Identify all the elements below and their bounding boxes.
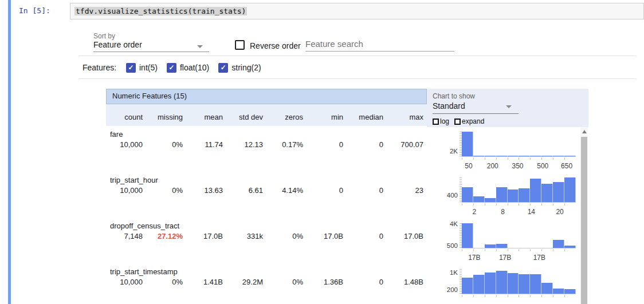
feature-filter: ✓string(2) [218,63,261,73]
histogram-bar [530,179,541,202]
y-axis-label: 200 [427,286,458,293]
feature-filter-checkbox[interactable]: ✓ [167,63,176,73]
stat-value: 29.2M [226,278,266,286]
sort-by-dropdown[interactable]: Feature order [93,40,209,52]
histogram-bar [485,198,496,202]
histogram-bar [564,246,576,248]
stat-value: 17.0B [387,232,427,240]
x-axis-label: 350 [512,162,523,170]
x-axis-ticks [462,249,576,251]
charts-panel: Chart to show Standard log expand 2K5020… [427,89,588,304]
stat-value: 10,000 [106,140,146,149]
statistics-panel: Numeric Features (15) countmissingmeanst… [106,89,588,304]
stat-value: 23 [387,186,427,195]
check-icon: ✓ [128,64,133,71]
stat-values: 7,14827.12%17.0B331k0%17.0B017.0B [106,232,427,240]
feature-name: dropoff_census_tract [106,218,427,232]
scrollbar-thumb[interactable] [581,137,587,304]
feature-filter-label: string(2) [231,63,261,72]
histogram-bar [519,274,530,294]
histogram-bar [473,196,485,202]
stat-value: 1.41B [186,278,226,286]
stat-value: 12.13 [226,140,266,149]
stat-value: 0 [347,186,387,195]
histogram-bar [462,278,473,294]
y-axis-label: 4K [427,220,458,227]
x-axis-label: 500 [537,162,548,170]
histogram-bar [485,156,496,156]
stat-value: 10,000 [106,186,146,195]
feature-search-input[interactable] [305,37,454,52]
feature-filter-label: int(5) [139,63,158,72]
histogram-bar [553,289,564,294]
x-axis-label: 17B [499,254,511,262]
x-axis-label: 650 [561,162,572,170]
feature-type-filters: ✓int(5)✓float(10)✓string(2) [126,61,270,74]
histogram-bar [530,156,541,156]
histogram-bar [485,244,496,248]
stat-values: 10,0000%11.7412.130.17%00700.07 [106,140,427,149]
column-headers: countmissingmeanstd devzerosminmedianmax [106,104,427,126]
divider [78,56,636,56]
code-text[interactable]: tfdv.visualize_statistics(train_stats) [74,7,247,15]
histogram-plot [462,177,576,203]
feature-filter-checkbox[interactable]: ✓ [218,63,228,73]
histogram-bar [553,156,564,156]
x-axis-label: 14 [528,208,535,216]
scroll-up-icon[interactable] [582,130,587,133]
reverse-order-label: Reverse order [250,41,301,50]
histogram-trip_start_timestamp: 1K200 [427,264,580,304]
histogram-bar [485,273,496,294]
histogram-dropoff_census_tract: 4K50017B17B17B [427,219,580,264]
histogram-bar [462,132,473,156]
histogram-fare: 2K50200350500650 [427,127,580,173]
features-label: Features: [83,63,116,72]
table-title: Numeric Features (15) [106,89,427,104]
feature-name: trip_start_hour [106,172,427,186]
code-input-area[interactable]: tfdv.visualize_statistics(train_stats) [70,3,644,19]
table-row: fare10,0000%11.7412.130.17%00700.07 [106,126,427,172]
histogram-bar [496,187,508,202]
log-checkbox[interactable] [433,119,439,125]
reverse-order-checkbox[interactable] [235,40,245,50]
histogram-trip_start_hour: 400281420 [427,173,580,219]
stat-values: 10,0000%1.41B29.2M0%1.36B01.48B [106,278,427,286]
stat-value: 0 [347,278,387,286]
histogram-bar [473,156,485,156]
stat-value: 0 [347,140,387,149]
column-header: max [387,113,427,121]
feature-filter: ✓int(5) [126,63,158,73]
chart-to-show-box: Chart to show Standard log expand [427,89,588,127]
histogram-bar [530,274,541,294]
x-axis-label: 17B [533,254,545,262]
chart-to-show-label: Chart to show [433,92,588,100]
expand-checkbox[interactable] [454,119,461,125]
column-header: std dev [226,113,266,121]
log-label: log [440,117,449,125]
table-row: trip_start_hour10,0000%13.636.614.14%002… [106,172,427,218]
sort-by-label: Sort by [93,32,115,40]
chevron-down-icon[interactable] [197,45,203,48]
histogram-bar [496,156,508,156]
table-row: dropoff_census_tract7,14827.12%17.0B331k… [106,218,427,263]
histogram-bar [496,244,508,248]
feature-filter-checkbox[interactable]: ✓ [126,63,136,73]
stat-value: 0 [307,186,347,195]
stat-value: 17.0B [307,232,347,240]
histogram-bar [519,156,530,156]
stat-value: 0% [266,232,307,240]
stat-value: 1.48B [387,278,427,286]
histogram-bar [541,283,553,294]
scrollbar[interactable] [580,127,588,304]
stat-value: 0% [146,186,186,195]
stat-value: 0.17% [266,140,307,149]
chevron-down-icon[interactable] [506,105,512,108]
histogram-plot [462,132,576,157]
histogram-bar [553,182,564,202]
x-axis-label: 50 [465,162,472,170]
column-header: mean [186,113,226,121]
stat-value: 4.14% [266,186,307,195]
x-axis-label: 8 [501,208,505,216]
histogram-bar [473,275,485,294]
stat-value: 0% [266,278,307,286]
